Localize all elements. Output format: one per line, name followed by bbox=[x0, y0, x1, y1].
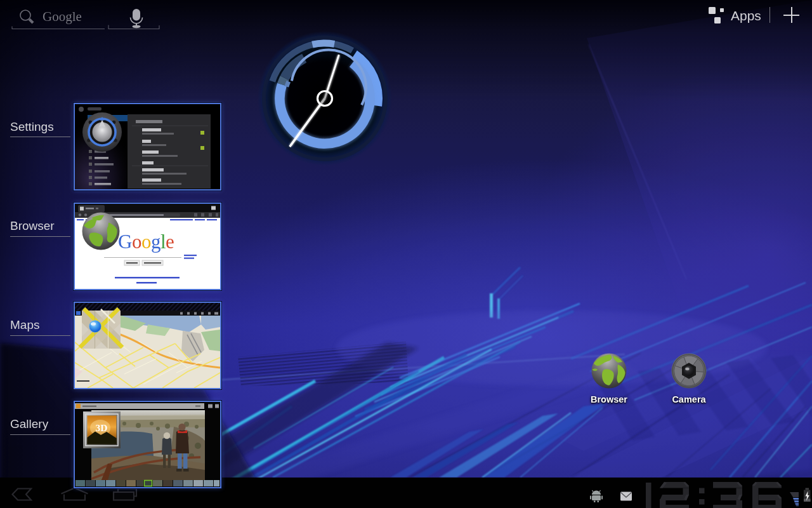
svg-text:Camera: Camera bbox=[672, 394, 706, 404]
svg-text:Google: Google bbox=[43, 9, 82, 24]
svg-text:Google: Google bbox=[118, 231, 174, 253]
svg-text:3D: 3D bbox=[96, 422, 108, 433]
svg-text:Browser: Browser bbox=[591, 394, 627, 404]
